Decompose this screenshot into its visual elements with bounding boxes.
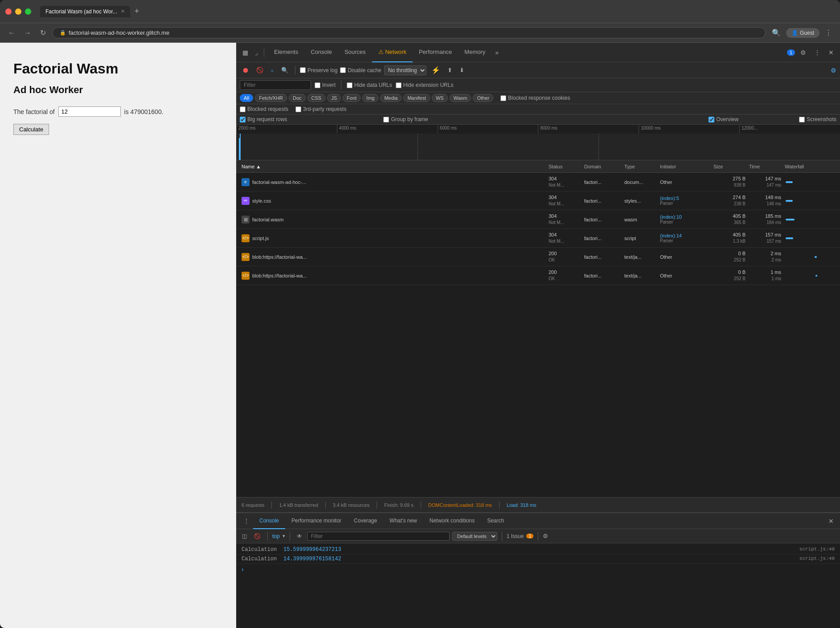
devtools-more-icon[interactable]: ⋮ bbox=[811, 47, 823, 58]
element-picker-icon[interactable]: ▦ bbox=[240, 47, 251, 58]
console-filter-input[interactable] bbox=[307, 532, 450, 541]
col-name[interactable]: Name ▲ bbox=[240, 164, 547, 169]
col-type[interactable]: Type bbox=[623, 164, 658, 169]
disable-cache-checkbox[interactable]: Disable cache bbox=[340, 67, 381, 73]
console-gear-icon[interactable]: ⚙ bbox=[543, 533, 548, 539]
filter-img[interactable]: Img bbox=[362, 94, 378, 102]
tab-close-icon[interactable]: ✕ bbox=[121, 8, 125, 14]
export-icon[interactable]: ⬇ bbox=[457, 66, 467, 74]
col-status[interactable]: Status bbox=[547, 164, 582, 169]
tab-memory[interactable]: Memory bbox=[458, 43, 492, 62]
device-toolbar-icon[interactable]: ◞ bbox=[253, 47, 260, 58]
search-button[interactable]: 🔍 bbox=[279, 66, 291, 74]
tab-performance[interactable]: Performance bbox=[413, 43, 458, 62]
cell-status: 200 OK bbox=[547, 250, 582, 263]
top-dropdown-icon[interactable]: ▾ bbox=[283, 533, 285, 539]
cell-waterfall bbox=[783, 237, 836, 240]
network-settings-icon[interactable]: ⚙ bbox=[831, 67, 836, 74]
tab-performance-monitor[interactable]: Performance monitor bbox=[285, 513, 348, 529]
blocked-responses-checkbox[interactable]: Blocked response cookies bbox=[500, 95, 570, 101]
reload-button[interactable]: ↻ bbox=[37, 27, 49, 39]
tab-console-bottom[interactable]: Console bbox=[253, 513, 285, 529]
col-time[interactable]: Time bbox=[747, 164, 783, 169]
devtools-tabs: Elements Console Sources ⚠ Network Perfo… bbox=[268, 43, 502, 62]
filter-js[interactable]: JS bbox=[327, 94, 341, 102]
overview-checkbox[interactable]: Overview bbox=[709, 116, 738, 122]
maximize-button[interactable] bbox=[25, 8, 31, 15]
requests-count: 6 requests bbox=[242, 502, 264, 508]
col-waterfall[interactable]: Waterfall bbox=[783, 164, 836, 169]
page-content: Factorial Wasm Ad hoc Worker The factori… bbox=[0, 43, 236, 628]
more-options-button[interactable]: ⋮ bbox=[822, 27, 835, 39]
filter-media[interactable]: Media bbox=[380, 94, 402, 102]
third-party-checkbox[interactable]: 3rd-party requests bbox=[295, 106, 346, 112]
tab-network[interactable]: ⚠ Network bbox=[372, 43, 413, 62]
big-rows-checkbox[interactable]: Big request rows bbox=[240, 116, 287, 122]
tab-sources[interactable]: Sources bbox=[338, 43, 372, 62]
filter-fetch-xhr[interactable]: Fetch/XHR bbox=[255, 94, 287, 102]
filter-manifest[interactable]: Manifest bbox=[403, 94, 430, 102]
console-source-1[interactable]: script.js:40 bbox=[799, 546, 835, 552]
table-row[interactable]: </> blob:https://factorial-wa... 200 OK … bbox=[236, 266, 840, 285]
col-initiator[interactable]: Initiator bbox=[658, 164, 712, 169]
console-close-button[interactable]: ✕ bbox=[826, 516, 836, 526]
table-row[interactable]: ≡ factorial-wasm-ad-hoc-... 304 Not M...… bbox=[236, 173, 840, 192]
factorial-input[interactable] bbox=[58, 106, 121, 117]
close-button[interactable] bbox=[5, 8, 12, 15]
tab-whats-new[interactable]: What's new bbox=[383, 513, 423, 529]
preserve-log-checkbox[interactable]: Preserve log bbox=[300, 67, 337, 73]
import-icon[interactable]: ⬆ bbox=[445, 66, 455, 74]
filter-all[interactable]: All bbox=[240, 94, 253, 102]
devtools-main: ⏺ 🚫 ⬦ 🔍 Preserve log Disable cache bbox=[236, 62, 840, 628]
back-button[interactable]: ← bbox=[5, 27, 18, 39]
status-bar: 6 requests 1.4 kB transferred 3.4 kB res… bbox=[236, 497, 840, 512]
active-tab[interactable]: Factorial Wasm (ad hoc Wor... ✕ bbox=[40, 6, 130, 17]
filter-font[interactable]: Font bbox=[343, 94, 361, 102]
guest-button[interactable]: 👤 Guest bbox=[786, 28, 820, 38]
console-clear-icon[interactable]: 🚫 bbox=[252, 532, 263, 540]
screenshots-checkbox[interactable]: Screenshots bbox=[799, 116, 836, 122]
tab-coverage[interactable]: Coverage bbox=[348, 513, 383, 529]
recording-button[interactable]: ⏺ bbox=[240, 65, 251, 75]
hide-data-urls-checkbox[interactable]: Hide data URLs bbox=[347, 82, 392, 88]
table-row[interactable]: </> blob:https://factorial-wa... 200 OK … bbox=[236, 248, 840, 266]
invert-checkbox[interactable]: Invert bbox=[315, 82, 336, 88]
blocked-requests-checkbox[interactable]: Blocked requests bbox=[240, 106, 288, 112]
table-row[interactable]: </> script.js 304 Not M... factori... sc… bbox=[236, 229, 840, 248]
devtools-settings-icon[interactable]: ⚙ bbox=[798, 47, 809, 58]
default-levels-select[interactable]: Default levels bbox=[452, 532, 497, 541]
console-eye-icon[interactable]: 👁 bbox=[295, 532, 304, 540]
filter-css[interactable]: CSS bbox=[307, 94, 326, 102]
console-sidebar-icon[interactable]: ◫ bbox=[240, 532, 249, 540]
calculate-button[interactable]: Calculate bbox=[13, 124, 49, 135]
zoom-button[interactable]: 🔍 bbox=[769, 27, 783, 39]
col-domain[interactable]: Domain bbox=[582, 164, 623, 169]
filter-wasm[interactable]: Wasm bbox=[450, 94, 471, 102]
throttle-select[interactable]: No throttling bbox=[384, 65, 426, 75]
filter-other[interactable]: Other bbox=[473, 94, 493, 102]
table-row[interactable]: ✏ style.css 304 Not M... factori... styl… bbox=[236, 192, 840, 210]
group-by-frame-checkbox[interactable]: Group by frame bbox=[383, 116, 428, 122]
clear-button[interactable]: 🚫 bbox=[254, 66, 266, 74]
new-tab-button[interactable]: + bbox=[132, 7, 142, 16]
tab-elements[interactable]: Elements bbox=[268, 43, 304, 62]
col-size[interactable]: Size bbox=[712, 164, 747, 169]
console-source-2[interactable]: script.js:40 bbox=[799, 556, 835, 561]
filter-doc[interactable]: Doc bbox=[289, 94, 306, 102]
address-bar[interactable]: 🔒 factorial-wasm-ad-hoc-worker.glitch.me bbox=[52, 27, 766, 38]
filter-input[interactable] bbox=[240, 80, 311, 90]
filter-icon[interactable]: ⬦ bbox=[268, 66, 276, 74]
tab-console[interactable]: Console bbox=[304, 43, 338, 62]
devtools-close-icon[interactable]: ✕ bbox=[826, 47, 836, 58]
online-icon[interactable]: ⚡ bbox=[429, 65, 443, 75]
hide-ext-urls-checkbox[interactable]: Hide extension URLs bbox=[396, 82, 454, 88]
more-tabs-button[interactable]: » bbox=[492, 49, 502, 56]
tab-search[interactable]: Search bbox=[481, 513, 510, 529]
tab-network-conditions[interactable]: Network conditions bbox=[423, 513, 481, 529]
filter-ws[interactable]: WS bbox=[432, 94, 448, 102]
timeline: 2000 ms 4000 ms 6000 ms 8000 ms 10000 ms… bbox=[236, 125, 840, 160]
console-panel-menu-icon[interactable]: ⋮ bbox=[240, 518, 253, 525]
table-row[interactable]: ▦ factorial.wasm 304 Not M... factori...… bbox=[236, 210, 840, 229]
minimize-button[interactable] bbox=[15, 8, 21, 15]
forward-button[interactable]: → bbox=[21, 27, 34, 39]
